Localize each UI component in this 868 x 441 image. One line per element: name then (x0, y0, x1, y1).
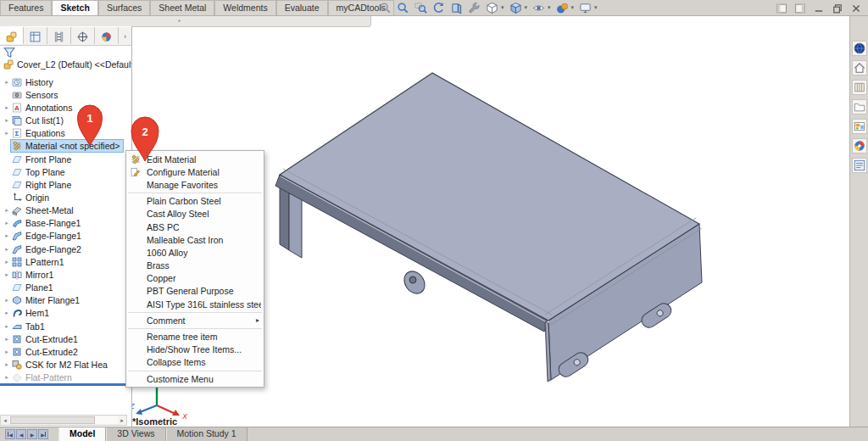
menu-item-pbt-general-purpose[interactable]: PBT General Purpose (126, 285, 264, 298)
solidworks-resources-icon[interactable] (852, 60, 867, 75)
filter-funnel-icon[interactable] (3, 47, 15, 59)
menu-item-malleable-cast-iron[interactable]: Malleable Cast Iron (126, 233, 264, 246)
panel-splitter[interactable] (0, 383, 131, 386)
expand-arrow-icon[interactable]: ▸ (3, 232, 11, 239)
expand-arrow-icon[interactable]: ▸ (3, 336, 11, 343)
displaymanager-tab[interactable] (95, 27, 119, 44)
expand-arrow-icon[interactable]: ▸ (3, 130, 11, 137)
custom-properties-icon[interactable] (852, 158, 867, 173)
tree-item-cut-extrude1[interactable]: ▸Cut-Extrude1 (2, 332, 131, 345)
dimxpertmanager-tab[interactable] (71, 27, 95, 44)
menu-item-aisi-type-316l-stainless-steel[interactable]: AISI Type 316L stainless steel (126, 298, 264, 310)
tree-item-right-plane[interactable]: Right Plane (2, 178, 131, 191)
tree-item-origin[interactable]: Origin (2, 191, 131, 204)
pane-collapse-right-button[interactable] (795, 2, 805, 12)
expand-arrow-icon[interactable]: ▸ (3, 310, 11, 316)
hide-show-items-icon[interactable] (532, 2, 545, 14)
menu-item-configure-material[interactable]: Configure Material (126, 165, 264, 178)
nav-last-button[interactable]: ▶ (38, 429, 48, 439)
tree-item-annotations[interactable]: ▸AAnnotations (2, 101, 131, 114)
tree-item-material-not-specified[interactable]: Material <not specified> (2, 140, 131, 153)
ribbon-tab-surfaces[interactable]: Surfaces (98, 0, 150, 15)
tree-horizontal-scrollbar[interactable]: ◂ ▸ (0, 415, 127, 426)
ribbon-tab-sheet-metal[interactable]: Sheet Metal (150, 0, 214, 15)
nav-first-button[interactable]: ◀ (5, 429, 15, 439)
tree-item-equations[interactable]: ▸ΣEquations (2, 127, 131, 140)
tree-item-hem1[interactable]: ▸Hem1 (2, 307, 131, 320)
bottom-tab-3d-views[interactable]: 3D Views (106, 427, 165, 441)
scroll-left-icon[interactable]: ◂ (1, 417, 9, 424)
appearances-scenes-icon[interactable] (852, 138, 867, 154)
tree-item-edge-flange2[interactable]: ▸Edge-Flange2 (2, 243, 131, 255)
tree-item-mirror1[interactable]: ▸Mirror1 (2, 268, 131, 281)
close-button[interactable] (851, 2, 861, 12)
expand-arrow-icon[interactable]: ▸ (3, 79, 11, 86)
tree-item-csk-for-m2-flat-hea[interactable]: ▸CSK for M2 Flat Hea (2, 358, 131, 371)
menu-item-1060-alloy[interactable]: 1060 Alloy (126, 246, 264, 259)
ribbon-tab-evaluate[interactable]: Evaluate (276, 0, 328, 15)
sketch-tools-icon[interactable] (468, 2, 481, 14)
scroll-thumb[interactable] (10, 416, 95, 424)
tree-root[interactable]: Cover_L2 (Default) <<Default> (2, 58, 131, 70)
menu-item-customize-menu[interactable]: Customize Menu (126, 372, 264, 385)
previous-view-icon[interactable] (432, 2, 445, 14)
expand-arrow-icon[interactable]: ▸ (3, 259, 11, 265)
expand-arrow-icon[interactable]: ▸ (3, 104, 11, 111)
display-style-icon[interactable] (509, 2, 522, 14)
featuremanager-tab[interactable] (0, 27, 24, 44)
zoom-to-fit-icon[interactable] (379, 2, 392, 14)
tree-item-history[interactable]: ▸History (2, 75, 131, 88)
bottom-tab-model[interactable]: Model (58, 427, 106, 441)
display-style-dropdown-icon[interactable]: ▾ (525, 4, 528, 11)
expand-arrow-icon[interactable]: ▸ (3, 246, 11, 253)
tree-item-flat-pattern[interactable]: ▸Flat-Pattern (2, 371, 131, 384)
zoom-in-out-icon[interactable] (415, 2, 427, 14)
expand-arrow-icon[interactable]: ▸ (3, 361, 11, 368)
tree-item-cut-list-1[interactable]: ▸Cut list(1) (2, 114, 131, 126)
ribbon-tab-sketch[interactable]: Sketch (52, 0, 97, 15)
panel-tabs-overflow-icon[interactable]: › (119, 27, 131, 45)
configurationmanager-tab[interactable] (47, 27, 71, 44)
tree-item-tab1[interactable]: ▸Tab1 (2, 320, 131, 332)
menu-item-edit-material[interactable]: Edit Material (126, 153, 264, 165)
pane-collapse-left-button[interactable] (776, 2, 787, 12)
view-settings-dropdown-icon[interactable]: ▾ (594, 4, 598, 11)
tree-item-top-plane[interactable]: Top Plane (2, 165, 131, 178)
view-orientation-dropdown-icon[interactable]: ▾ (501, 4, 504, 11)
tree-item-sensors[interactable]: Sensors (2, 88, 131, 101)
edit-appearance-scene-dropdown-icon[interactable]: ▾ (571, 4, 575, 11)
menu-item-abs-pc[interactable]: ABS PC (126, 220, 264, 233)
3dexperience-icon[interactable] (852, 41, 867, 56)
expand-arrow-icon[interactable]: ▸ (3, 323, 11, 330)
design-library-icon[interactable] (852, 80, 867, 95)
tree-item-front-plane[interactable]: Front Plane (2, 153, 131, 165)
expand-arrow-icon[interactable]: ▸ (3, 207, 11, 214)
scroll-right-icon[interactable]: ▸ (118, 417, 126, 424)
scroll-track[interactable] (9, 416, 118, 424)
menu-item-brass[interactable]: Brass (126, 260, 264, 272)
expand-arrow-icon[interactable]: ▸ (3, 271, 11, 278)
nav-prev-button[interactable]: ◀ (16, 429, 26, 439)
tree-item-sheet-metal[interactable]: ▸Sheet-Metal (2, 204, 131, 217)
edit-appearance-scene-icon[interactable] (556, 2, 569, 14)
view-orientation-icon[interactable] (486, 2, 498, 14)
tree-item-edge-flange1[interactable]: ▸Edge-Flange1 (2, 230, 131, 243)
section-view-icon[interactable] (450, 2, 463, 14)
menu-item-copper[interactable]: Copper (126, 272, 264, 285)
view-palette-icon[interactable] (852, 119, 867, 134)
minimize-button[interactable] (814, 2, 824, 12)
menu-item-hide-show-tree-items[interactable]: Hide/Show Tree Items... (126, 343, 264, 356)
tree-item-cut-extrude2[interactable]: ▸Cut-Extrude2 (2, 345, 131, 358)
expand-arrow-icon[interactable]: ▸ (3, 220, 11, 226)
expand-arrow-icon[interactable]: ▸ (3, 297, 11, 304)
menu-item-rename-tree-item[interactable]: Rename tree item (126, 330, 264, 343)
menu-item-manage-favorites[interactable]: Manage Favorites (126, 178, 264, 191)
ribbon-tab-weldments[interactable]: Weldments (214, 0, 275, 15)
file-explorer-icon[interactable] (852, 99, 867, 114)
menu-item-comment[interactable]: Comment▸ (126, 314, 264, 327)
tree-item-plane1[interactable]: Plane1 (2, 282, 131, 294)
expand-arrow-icon[interactable]: ▸ (3, 349, 11, 355)
nav-next-button[interactable]: ▶ (27, 429, 37, 439)
tree-item-miter-flange1[interactable]: ▸Miter Flange1 (2, 294, 131, 307)
tree-item-lpattern1[interactable]: ▸LPattern1 (2, 255, 131, 268)
